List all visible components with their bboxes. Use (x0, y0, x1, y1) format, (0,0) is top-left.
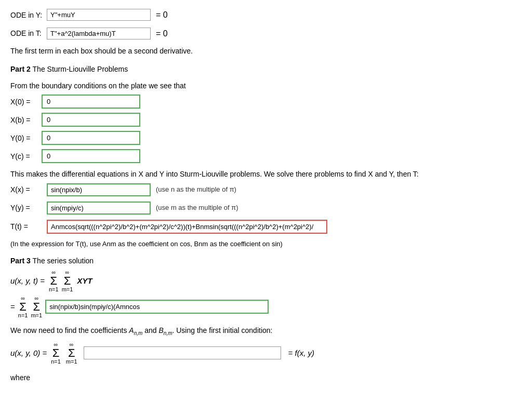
part3-heading: Part 3 The series solution (10, 255, 522, 266)
sigma1-symbol: Σ (50, 275, 58, 287)
ode-y-row: ODE in Y: = 0 (10, 8, 522, 22)
series-eq2-input[interactable] (45, 300, 269, 314)
u-equals: = f(x, y) (288, 347, 314, 359)
y0-row: Y(0) = (10, 131, 522, 145)
ode-t-equals: = 0 (156, 27, 168, 41)
xyt-label: XYT (77, 275, 92, 287)
x0-input[interactable] (42, 95, 140, 109)
x0-label: X(0) = (10, 96, 42, 108)
tt-input[interactable] (47, 220, 327, 234)
series-eq2-equals: = (10, 301, 15, 313)
first-term-note: The first term in each box should be a s… (10, 45, 522, 57)
sigma4-bot: m=1 (31, 313, 42, 318)
part3-bold: Part 3 (10, 257, 31, 265)
ode-t-row: ODE in T: = 0 (10, 27, 522, 41)
sigma2-symbol: Σ (64, 275, 71, 287)
u-label2: u(x, y, 0) = (10, 347, 47, 359)
sigma1-bot: n=1 (49, 287, 59, 292)
sigma1-block: ∞ Σ n=1 (49, 270, 59, 292)
y0-input[interactable] (42, 131, 140, 145)
yy-label: Y(y) = (10, 202, 47, 213)
xx-row: X(x) = (use n as the multiple of π) (10, 183, 522, 196)
part2-desc: From the boundary conditions on the plat… (10, 80, 522, 91)
xx-hint: (use n as the multiple of π) (156, 184, 236, 195)
tt-note: (In the expression for T(t), use Anm as … (10, 239, 522, 250)
yc-label: Y(c) = (10, 151, 42, 162)
sigma3-block: ∞ Σ n=1 (18, 296, 28, 318)
ode-y-label: ODE in Y: (10, 9, 47, 21)
series-u-row: u(x, y, t) = ∞ Σ n=1 ∞ Σ m=1 XYT (10, 270, 522, 292)
series-u-label: u(x, y, t) = (10, 275, 45, 287)
ode-y-input[interactable] (47, 9, 151, 21)
xb-input[interactable] (42, 113, 140, 127)
ode-y-equals: = 0 (156, 8, 168, 22)
y0-label: Y(0) = (10, 132, 42, 144)
sigma6-symbol: Σ (68, 347, 75, 359)
x0-row: X(0) = (10, 95, 522, 109)
ode-t-input[interactable] (47, 28, 151, 39)
tt-row: T(t) = (10, 220, 522, 234)
sigma4-symbol: Σ (33, 301, 40, 313)
part3-title: The series solution (31, 257, 94, 265)
sigma6-block: ∞ Σ m=1 (66, 342, 77, 365)
part2-bold: Part 2 (10, 65, 31, 73)
xb-label: X(b) = (10, 114, 42, 126)
yy-hint: (use m as the multiple of π) (156, 203, 238, 213)
yc-row: Y(c) = (10, 149, 522, 163)
sigma3-symbol: Σ (19, 301, 26, 313)
sigma4-block: ∞ Σ m=1 (31, 296, 42, 318)
series-eq2-row: = ∞ Σ n=1 ∞ Σ m=1 (10, 296, 522, 318)
part2-title: The Sturm-Liouville Problems (31, 65, 128, 73)
yc-input[interactable] (42, 149, 140, 163)
sigma3-bot: n=1 (18, 313, 28, 318)
sigma5-bot: n=1 (51, 359, 61, 365)
sigma5-block: ∞ Σ n=1 (51, 342, 61, 365)
yy-row: Y(y) = (use m as the multiple of π) (10, 202, 522, 215)
where-label: where (10, 372, 522, 383)
xb-row: X(b) = (10, 113, 522, 127)
xx-label: X(x) = (10, 184, 47, 195)
part2-heading: Part 2 The Sturm-Liouville Problems (10, 63, 522, 75)
sigma2-bot: m=1 (62, 287, 73, 292)
coeff-note: We now need to find the coefficients An,… (10, 325, 522, 338)
sigma6-bot: m=1 (66, 359, 77, 365)
xx-input[interactable] (47, 183, 151, 196)
u-initial-row: u(x, y, 0) = ∞ Σ n=1 ∞ Σ m=1 = f(x, y) (10, 342, 522, 365)
yy-input[interactable] (47, 202, 151, 215)
tt-label: T(t) = (10, 221, 47, 232)
u-coeff-input[interactable] (84, 346, 281, 359)
ode-t-label: ODE in T: (10, 28, 47, 39)
sigma2-block: ∞ Σ m=1 (62, 270, 73, 292)
sigma5-symbol: Σ (52, 347, 60, 359)
sturm-note: This makes the differential equations in… (10, 168, 522, 180)
